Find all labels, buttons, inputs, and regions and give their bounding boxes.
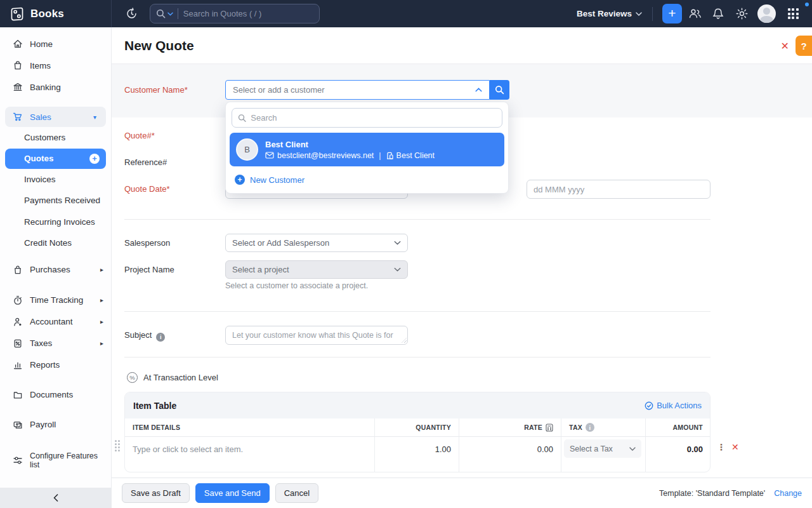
- sidebar-item-configure-features[interactable]: Configure Features list: [0, 450, 111, 471]
- save-as-draft-button[interactable]: Save as Draft: [122, 483, 190, 503]
- sidebar-item-items[interactable]: Items: [0, 55, 111, 76]
- sidebar-label: Payments Received: [24, 196, 100, 205]
- notification-dot: [805, 3, 809, 6]
- divider: [124, 219, 710, 220]
- search-icon: [238, 114, 246, 123]
- row-drag-handle[interactable]: [115, 440, 120, 451]
- banking-icon: [12, 82, 23, 93]
- divider: [124, 311, 710, 312]
- bulk-actions-link[interactable]: Bulk Actions: [645, 401, 702, 410]
- sidebar-item-recurring-invoices[interactable]: Recurring Invoices: [0, 211, 111, 233]
- app-logo[interactable]: Books: [0, 0, 112, 27]
- screen: Books Best Reviews +: [0, 0, 812, 508]
- org-name: Best Reviews: [577, 9, 632, 18]
- reports-icon: [12, 359, 23, 370]
- sidebar-label: Sales: [30, 112, 51, 122]
- salesperson-select[interactable]: Select or Add Salesperson: [225, 234, 408, 252]
- sidebar-label: Payroll: [30, 420, 56, 429]
- transaction-level-label: At Transaction Level: [143, 373, 218, 382]
- dropdown-search-input[interactable]: [251, 113, 496, 123]
- customer-option-best-client[interactable]: B Best Client bestclient@bestreviews.net…: [230, 133, 504, 166]
- col-tax: TAXi: [561, 418, 646, 436]
- item-table: Item Table Bulk Actions ITEM DETAILS QUA…: [124, 392, 710, 472]
- notifications-bell-icon[interactable]: [707, 4, 729, 23]
- sidebar-item-time-tracking[interactable]: Time Tracking ▸: [0, 290, 111, 311]
- search-input[interactable]: [183, 9, 313, 18]
- row-delete-icon[interactable]: ✕: [731, 442, 739, 452]
- reference-label: Reference#: [124, 157, 167, 167]
- chevron-down-icon: [636, 12, 642, 16]
- customer-select[interactable]: Select or add a customer: [225, 80, 490, 100]
- save-and-send-button[interactable]: Save and Send: [195, 483, 270, 503]
- referral-users-icon[interactable]: [684, 4, 705, 23]
- sidebar-item-home[interactable]: Home: [0, 33, 111, 55]
- transaction-level-row[interactable]: % At Transaction Level: [127, 372, 218, 383]
- cancel-button[interactable]: Cancel: [275, 483, 318, 503]
- sidebar-label: Time Tracking: [30, 295, 83, 305]
- help-button[interactable]: ?: [796, 36, 812, 56]
- sidebar-item-payments-received[interactable]: Payments Received: [0, 190, 111, 211]
- close-icon[interactable]: ✕: [781, 40, 789, 52]
- customer-option-details: bestclient@bestreviews.net | Best Client: [265, 151, 435, 160]
- expiry-date-input[interactable]: [527, 180, 710, 199]
- sidebar-item-reports[interactable]: Reports: [0, 354, 111, 376]
- sidebar-item-invoices[interactable]: Invoices: [0, 169, 111, 190]
- sidebar-item-sales[interactable]: Sales ▾: [5, 107, 106, 127]
- chevron-down-icon: [394, 267, 401, 272]
- customer-select-placeholder: Select or add a customer: [233, 85, 325, 95]
- app-name: Books: [30, 8, 64, 20]
- sidebar-item-documents[interactable]: Documents: [0, 384, 111, 406]
- customer-search-button[interactable]: [490, 80, 509, 100]
- tax-select[interactable]: Select a Tax: [564, 439, 641, 458]
- settings-gear-icon[interactable]: [731, 4, 752, 23]
- new-customer-option[interactable]: + New Customer: [226, 166, 508, 189]
- item-select-cell[interactable]: Type or click to select an item.: [125, 437, 375, 472]
- quantity-cell[interactable]: 1.00: [375, 437, 459, 472]
- history-refresh-icon[interactable]: [123, 6, 140, 22]
- chevron-down-icon: [629, 447, 636, 451]
- row-actions: ⋮ ✕: [717, 442, 739, 452]
- info-icon: i: [586, 423, 594, 432]
- payroll-icon: [12, 419, 23, 430]
- org-switcher[interactable]: Best Reviews: [577, 9, 642, 18]
- quick-create-button[interactable]: +: [662, 4, 682, 23]
- project-select[interactable]: Select a project: [225, 260, 408, 279]
- template-change-link[interactable]: Change: [774, 489, 802, 498]
- row-menu-icon[interactable]: ⋮: [717, 442, 726, 452]
- add-quote-icon[interactable]: +: [89, 154, 100, 164]
- user-avatar[interactable]: [757, 4, 776, 23]
- items-icon: [12, 60, 23, 71]
- search-divider: [178, 8, 178, 19]
- project-name-label: Project Name: [124, 265, 174, 274]
- search-scope-caret-icon[interactable]: [167, 12, 173, 16]
- sidebar-label: Items: [30, 61, 51, 70]
- sidebar-collapse-button[interactable]: [0, 488, 111, 508]
- purchases-icon: [12, 264, 23, 275]
- global-search[interactable]: [150, 4, 320, 23]
- sidebar-item-purchases[interactable]: Purchases ▸: [0, 259, 111, 281]
- apps-grid-icon[interactable]: [782, 4, 804, 23]
- taxes-icon: [12, 338, 23, 349]
- sidebar-item-banking[interactable]: Banking: [0, 76, 111, 98]
- sidebar-item-payroll[interactable]: Payroll: [0, 414, 111, 436]
- col-rate: RATE: [459, 418, 561, 436]
- sidebar-item-quotes[interactable]: Quotes +: [5, 149, 106, 169]
- check-circle-icon: [645, 401, 653, 410]
- topbar-actions: Best Reviews +: [577, 4, 812, 23]
- sidebar-item-accountant[interactable]: Accountant ▸: [0, 311, 111, 333]
- subject-input[interactable]: [225, 326, 408, 345]
- project-placeholder: Select a project: [232, 265, 289, 274]
- search-icon: [495, 85, 504, 95]
- sidebar-item-customers[interactable]: Customers: [0, 127, 111, 149]
- sidebar-item-credit-notes[interactable]: Credit Notes: [0, 232, 111, 254]
- topbar: Books Best Reviews +: [0, 0, 812, 27]
- template-info: Template: 'Standard Template' Change: [659, 489, 802, 498]
- caret-down-icon: ▾: [93, 114, 96, 121]
- rate-cell[interactable]: 0.00: [459, 437, 561, 472]
- plus-circle-icon: +: [235, 175, 245, 185]
- item-row: Type or click to select an item. 1.00 0.…: [125, 437, 710, 472]
- email-icon: [265, 152, 274, 159]
- dropdown-search[interactable]: [232, 108, 502, 128]
- sidebar-item-taxes[interactable]: Taxes ▸: [0, 333, 111, 354]
- sidebar-label: Taxes: [30, 338, 52, 348]
